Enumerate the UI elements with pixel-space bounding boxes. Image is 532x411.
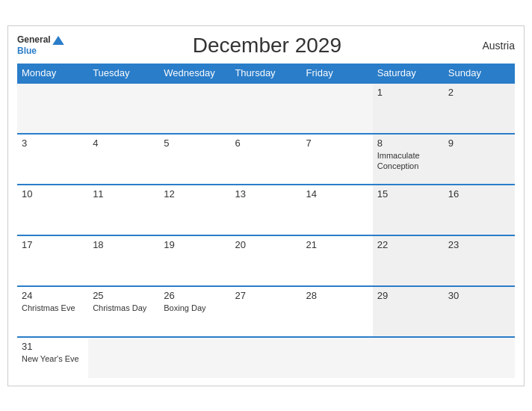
calendar-country: Austria xyxy=(470,40,515,52)
day-cell: 20 xyxy=(230,235,301,286)
day-cell: 22 xyxy=(373,235,444,286)
day-number: 28 xyxy=(306,290,368,301)
day-number: 7 xyxy=(306,137,368,149)
calendar-header: General Blue December 2029 Austria xyxy=(17,34,515,58)
day-cell: 9 xyxy=(444,134,515,185)
day-header-friday: Friday xyxy=(302,64,373,83)
day-cell xyxy=(159,337,230,378)
logo-flag-icon xyxy=(52,36,64,45)
day-number: 20 xyxy=(235,239,297,250)
day-number: 1 xyxy=(377,87,439,98)
day-event: Christmas Day xyxy=(93,303,155,313)
day-header-thursday: Thursday xyxy=(230,64,301,83)
day-cell: 21 xyxy=(302,235,373,286)
day-number: 22 xyxy=(377,239,439,250)
day-header-tuesday: Tuesday xyxy=(88,64,159,83)
day-cell: 31New Year's Eve xyxy=(17,337,88,378)
day-header-monday: Monday xyxy=(17,64,88,83)
day-header-saturday: Saturday xyxy=(373,64,444,83)
day-cell: 24Christmas Eve xyxy=(17,286,88,337)
day-cell: 10 xyxy=(17,185,88,235)
day-cell xyxy=(159,83,230,134)
day-number: 26 xyxy=(164,290,226,301)
day-cell xyxy=(302,337,373,378)
day-cell: 11 xyxy=(88,185,159,235)
calendar-table: MondayTuesdayWednesdayThursdayFridaySatu… xyxy=(17,64,515,378)
day-number: 23 xyxy=(448,239,510,250)
day-cell: 8ImmaculateConception xyxy=(373,134,444,185)
day-cell: 29 xyxy=(373,286,444,337)
calendar-container: General Blue December 2029 Austria Monda… xyxy=(7,25,525,386)
day-number: 27 xyxy=(235,290,297,301)
days-header-row: MondayTuesdayWednesdayThursdayFridaySatu… xyxy=(17,64,515,83)
day-cell: 23 xyxy=(444,235,515,286)
logo: General Blue xyxy=(17,34,64,56)
week-row-2: 345678ImmaculateConception9 xyxy=(17,134,515,185)
day-cell: 5 xyxy=(159,134,230,185)
day-number: 19 xyxy=(164,239,226,250)
day-number: 12 xyxy=(164,188,226,200)
day-number: 29 xyxy=(377,290,439,301)
day-cell xyxy=(88,83,159,134)
day-header-wednesday: Wednesday xyxy=(159,64,230,83)
day-number: 5 xyxy=(164,137,226,149)
calendar-title: December 2029 xyxy=(64,34,470,58)
day-cell xyxy=(230,337,301,378)
day-cell: 12 xyxy=(159,185,230,235)
day-event: Conception xyxy=(377,161,439,171)
logo-general-text: General xyxy=(17,34,51,45)
day-cell: 15 xyxy=(373,185,444,235)
day-cell xyxy=(230,83,301,134)
week-row-4: 17181920212223 xyxy=(17,235,515,286)
day-cell: 1 xyxy=(373,83,444,134)
day-event: Immaculate xyxy=(377,150,439,161)
day-event: New Year's Eve xyxy=(22,353,84,364)
day-cell xyxy=(373,337,444,378)
day-cell: 13 xyxy=(230,185,301,235)
week-row-1: 12 xyxy=(17,83,515,134)
day-cell xyxy=(17,83,88,134)
day-number: 11 xyxy=(93,188,155,200)
day-cell: 2 xyxy=(444,83,515,134)
day-cell: 27 xyxy=(230,286,301,337)
day-number: 16 xyxy=(448,188,510,200)
day-cell: 3 xyxy=(17,134,88,185)
day-number: 4 xyxy=(93,137,155,149)
day-cell: 30 xyxy=(444,286,515,337)
day-number: 3 xyxy=(22,137,84,149)
day-number: 15 xyxy=(377,188,439,200)
day-cell: 19 xyxy=(159,235,230,286)
logo-blue-text: Blue xyxy=(17,46,37,56)
day-number: 21 xyxy=(306,239,368,250)
day-header-sunday: Sunday xyxy=(444,64,515,83)
day-number: 30 xyxy=(448,290,510,301)
week-row-5: 24Christmas Eve25Christmas Day26Boxing D… xyxy=(17,286,515,337)
day-cell xyxy=(444,337,515,378)
day-cell: 16 xyxy=(444,185,515,235)
day-number: 10 xyxy=(22,188,84,200)
day-number: 31 xyxy=(22,341,84,352)
day-event: Christmas Eve xyxy=(22,303,84,313)
day-number: 25 xyxy=(93,290,155,301)
day-cell: 25Christmas Day xyxy=(88,286,159,337)
day-cell: 26Boxing Day xyxy=(159,286,230,337)
day-number: 9 xyxy=(448,137,510,149)
day-number: 6 xyxy=(235,137,297,149)
day-cell: 6 xyxy=(230,134,301,185)
day-cell xyxy=(302,83,373,134)
day-number: 24 xyxy=(22,290,84,301)
day-cell: 28 xyxy=(302,286,373,337)
day-cell: 4 xyxy=(88,134,159,185)
day-cell xyxy=(88,337,159,378)
day-number: 18 xyxy=(93,239,155,250)
day-number: 13 xyxy=(235,188,297,200)
day-cell: 14 xyxy=(302,185,373,235)
day-number: 17 xyxy=(22,239,84,250)
week-row-6: 31New Year's Eve xyxy=(17,337,515,378)
day-number: 8 xyxy=(377,137,439,149)
day-cell: 17 xyxy=(17,235,88,286)
svg-marker-0 xyxy=(52,36,64,45)
day-event: Boxing Day xyxy=(164,303,226,313)
day-number: 14 xyxy=(306,188,368,200)
day-cell: 7 xyxy=(302,134,373,185)
